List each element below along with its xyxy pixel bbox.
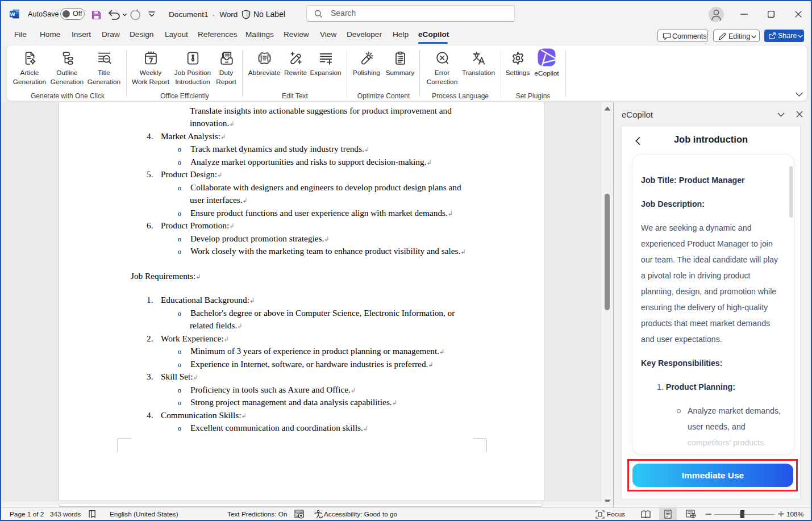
svg-text:W: W (10, 11, 15, 17)
